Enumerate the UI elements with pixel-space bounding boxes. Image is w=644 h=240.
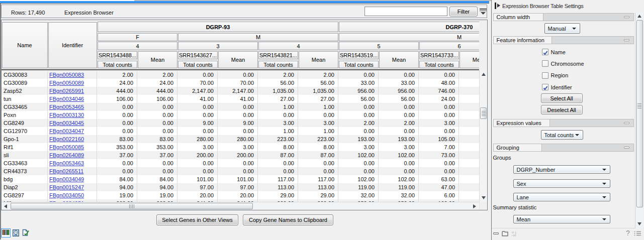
expression-values-combo[interactable]: Total counts (541, 130, 583, 140)
measure-column-header[interactable]: Total counts (258, 61, 298, 68)
grouping-combo-1[interactable]: DGRP_Number (513, 165, 610, 174)
lane-header: 4 (258, 42, 338, 50)
identifier-link[interactable]: FBgn0034049 (49, 176, 84, 182)
value-cell: 0.00 (137, 111, 177, 119)
identifier-link[interactable]: FBgn0265511 (49, 168, 83, 174)
scroll-left-icon[interactable] (4, 204, 7, 208)
filter-menu-icon[interactable] (480, 9, 487, 15)
settings-list-icon[interactable] (634, 231, 641, 237)
sample-column-header[interactable]: SRR1543488... (98, 51, 137, 59)
table-row[interactable]: CG8297FBgn003405019.0019.0020.0020.0029.… (2, 191, 479, 199)
checkbox-unchecked-icon[interactable] (542, 72, 548, 79)
identifier-link[interactable]: FBgn0053465 (49, 104, 84, 110)
help-icon[interactable]: ? (626, 229, 630, 237)
section-grouping-label: Grouping (494, 144, 542, 151)
value-cell: 73.00 (419, 151, 459, 159)
mean-column-header[interactable]: Mean (459, 51, 479, 68)
sample-column-header[interactable]: SRR1543627... (178, 51, 218, 59)
scroll-up-icon[interactable] (482, 73, 486, 76)
select-genes-button[interactable]: Select Genes in Other Views (156, 214, 238, 225)
identifier-link[interactable]: FBgn0034047 (49, 128, 84, 134)
identifier-link[interactable]: FBgn0050085 (49, 144, 84, 150)
table-view-icon[interactable] (1, 228, 11, 238)
element-info-view-icon[interactable] (22, 229, 30, 237)
feature-checkbox-row[interactable]: Chromosome (542, 60, 584, 67)
table-row[interactable]: PoxnFBgn00031300.000.000.000.000.000.000… (2, 111, 479, 119)
table-row[interactable]: Rif1FBgn0050085353.00353.003.003.008.008… (2, 143, 479, 151)
identifier-link[interactable]: FBgn0003130 (49, 112, 84, 118)
table-row[interactable]: Zasp52FBgn0265991444.00444.002,147.002,1… (2, 87, 479, 95)
horizontal-scrollbar[interactable] (2, 202, 479, 210)
identifier-link[interactable]: FBgn0034046 (49, 96, 84, 102)
table-row[interactable]: Diap2FBgn001524794.0094.0097.0097.00113.… (2, 183, 479, 191)
collapse-section-icon[interactable] (624, 39, 629, 41)
checkbox-unchecked-icon[interactable] (542, 60, 548, 67)
filter-button[interactable]: Filter (449, 7, 478, 17)
table-row[interactable]: CG12970FBgn00340470.000.000.000.001.001.… (2, 127, 479, 135)
value-cell: 0.00 (258, 167, 298, 175)
select-all-button[interactable]: Select All (541, 93, 583, 103)
history-view-icon[interactable] (13, 229, 19, 237)
minimize-sidepanel-icon[interactable] (493, 232, 499, 234)
sample-column-header[interactable]: SRR1543519... (339, 51, 379, 59)
scroll-right-icon[interactable] (473, 204, 476, 208)
filter-input[interactable] (364, 7, 447, 16)
feature-checkbox-row[interactable]: Region (542, 72, 569, 79)
identifier-link[interactable]: FBgn0050089 (49, 80, 84, 86)
panel-collapse-icon[interactable] (495, 3, 501, 9)
mean-column-header[interactable]: Mean (138, 51, 177, 68)
identifier-link[interactable]: FBgn0022160 (49, 136, 84, 142)
table-row[interactable]: CG33465FBgn00534650.000.000.000.001.001.… (2, 103, 479, 111)
panel-scrollbar[interactable] (635, 13, 643, 228)
sample-column-header[interactable]: SRR1543733... (419, 51, 459, 59)
identifier-link[interactable]: FBgn0265991 (49, 88, 84, 94)
mean-column-header[interactable]: Mean (218, 51, 258, 68)
value-cell: 3.00 (419, 119, 459, 127)
identifier-link[interactable]: FBgn0015247 (49, 184, 84, 190)
feature-checkbox-row[interactable]: Identifier (542, 84, 572, 91)
table-row[interactable]: CR44373FBgn02655110.000.000.000.000.000.… (2, 167, 479, 175)
column-width-combo[interactable]: Manual (544, 23, 580, 34)
collapse-section-icon[interactable] (624, 147, 629, 149)
checkbox-checked-icon[interactable] (542, 49, 548, 55)
scroll-up-icon[interactable] (637, 15, 641, 18)
table-row[interactable]: sliFBgn026408937.0037.00200.00200.0087.0… (2, 151, 479, 159)
scroll-down-icon[interactable] (482, 196, 486, 199)
identifier-link[interactable]: FBgn0264089 (49, 152, 84, 158)
mean-column-header[interactable]: Mean (299, 51, 338, 68)
panel-scroll-thumb[interactable] (636, 20, 643, 207)
identifier-link[interactable]: FBgn0034050 (49, 192, 84, 198)
table-row[interactable]: bdgFBgn003404984.0084.00101.00101.00117.… (2, 175, 479, 183)
collapse-section-icon[interactable] (624, 16, 629, 18)
feature-checkbox-row[interactable]: Name (542, 49, 566, 56)
identifier-link[interactable]: FBgn0053463 (49, 160, 84, 166)
summary-statistic-combo[interactable]: Mean (513, 215, 610, 223)
sample-column-header[interactable]: SRR1543821... (258, 51, 298, 59)
identifier-link[interactable]: FBgn0050083 (49, 72, 84, 78)
measure-column-header[interactable]: Total counts (178, 61, 218, 68)
table-row[interactable]: tunFBgn0034046106.00106.0041.0041.0027.0… (2, 95, 479, 103)
measure-column-header[interactable]: Total counts (419, 61, 459, 68)
identifier-link[interactable]: FBgn0034045 (49, 120, 84, 126)
table-row[interactable]: CG30083FBgn00500832.002.000.000.002.002.… (2, 71, 479, 79)
copy-genes-button[interactable]: Copy Gene Names to Clipboard (243, 214, 333, 225)
vertical-scrollbar[interactable] (479, 70, 487, 202)
folder-icon[interactable] (502, 231, 508, 237)
deselect-all-button[interactable]: Deselect All (541, 105, 583, 114)
horizontal-scroll-thumb[interactable] (11, 203, 253, 209)
grouping-combo-3[interactable]: Lane (513, 193, 610, 201)
table-row[interactable]: CG33463FBgn00534630.000.000.000.000.000.… (2, 159, 479, 167)
table-row[interactable]: Gpo-1FBgn002216083.0083.00280.00280.0022… (2, 135, 479, 143)
table-row[interactable]: CG8249FBgn00340450.000.009.009.003.003.0… (2, 119, 479, 127)
measure-column-header[interactable]: Total counts (98, 61, 137, 68)
mean-column-header[interactable]: Mean (379, 51, 419, 68)
identifier-column-header[interactable]: Identifier (48, 22, 97, 68)
checkbox-checked-icon[interactable] (542, 84, 548, 90)
vertical-scroll-thumb[interactable] (480, 107, 487, 119)
collapse-section-icon[interactable] (624, 122, 629, 124)
scroll-down-icon[interactable] (637, 222, 641, 225)
name-column-header[interactable]: Name (2, 22, 48, 68)
table-row[interactable]: CG30089FBgn005008924.0024.0070.0070.0056… (2, 79, 479, 87)
measure-column-header[interactable]: Total counts (339, 61, 379, 68)
grouping-combo-2[interactable]: Sex (513, 179, 610, 188)
